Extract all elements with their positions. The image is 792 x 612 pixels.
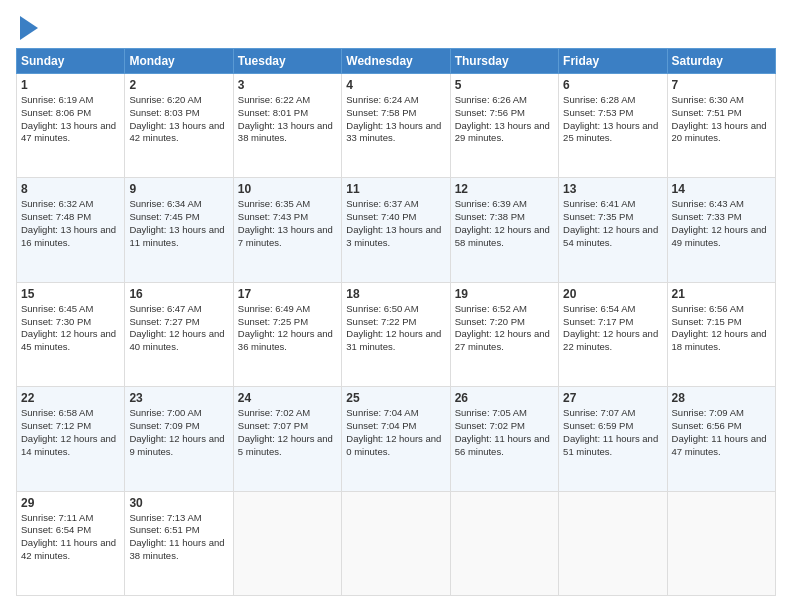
day-number: 14 [672,182,771,196]
calendar-cell: 24Sunrise: 7:02 AMSunset: 7:07 PMDayligh… [233,387,341,491]
day-info: Sunrise: 6:37 AMSunset: 7:40 PMDaylight:… [346,198,445,249]
day-number: 8 [21,182,120,196]
calendar-cell [667,491,775,595]
day-number: 19 [455,287,554,301]
calendar-week-5: 29Sunrise: 7:11 AMSunset: 6:54 PMDayligh… [17,491,776,595]
day-number: 27 [563,391,662,405]
day-number: 3 [238,78,337,92]
day-info: Sunrise: 7:13 AMSunset: 6:51 PMDaylight:… [129,512,228,563]
calendar-header-friday: Friday [559,49,667,74]
day-info: Sunrise: 6:22 AMSunset: 8:01 PMDaylight:… [238,94,337,145]
day-number: 1 [21,78,120,92]
day-info: Sunrise: 6:58 AMSunset: 7:12 PMDaylight:… [21,407,120,458]
calendar-cell: 12Sunrise: 6:39 AMSunset: 7:38 PMDayligh… [450,178,558,282]
calendar-week-3: 15Sunrise: 6:45 AMSunset: 7:30 PMDayligh… [17,282,776,386]
day-info: Sunrise: 6:28 AMSunset: 7:53 PMDaylight:… [563,94,662,145]
calendar-cell [450,491,558,595]
day-info: Sunrise: 6:52 AMSunset: 7:20 PMDaylight:… [455,303,554,354]
calendar-cell: 19Sunrise: 6:52 AMSunset: 7:20 PMDayligh… [450,282,558,386]
day-number: 20 [563,287,662,301]
day-number: 22 [21,391,120,405]
calendar-cell: 7Sunrise: 6:30 AMSunset: 7:51 PMDaylight… [667,74,775,178]
day-number: 28 [672,391,771,405]
calendar-cell: 17Sunrise: 6:49 AMSunset: 7:25 PMDayligh… [233,282,341,386]
day-number: 7 [672,78,771,92]
day-info: Sunrise: 7:02 AMSunset: 7:07 PMDaylight:… [238,407,337,458]
day-number: 15 [21,287,120,301]
day-number: 2 [129,78,228,92]
calendar-header-wednesday: Wednesday [342,49,450,74]
calendar-header-saturday: Saturday [667,49,775,74]
calendar-cell: 13Sunrise: 6:41 AMSunset: 7:35 PMDayligh… [559,178,667,282]
day-number: 24 [238,391,337,405]
day-number: 25 [346,391,445,405]
calendar-cell: 22Sunrise: 6:58 AMSunset: 7:12 PMDayligh… [17,387,125,491]
day-info: Sunrise: 7:04 AMSunset: 7:04 PMDaylight:… [346,407,445,458]
day-info: Sunrise: 6:30 AMSunset: 7:51 PMDaylight:… [672,94,771,145]
day-info: Sunrise: 6:34 AMSunset: 7:45 PMDaylight:… [129,198,228,249]
calendar-cell: 8Sunrise: 6:32 AMSunset: 7:48 PMDaylight… [17,178,125,282]
day-info: Sunrise: 6:50 AMSunset: 7:22 PMDaylight:… [346,303,445,354]
calendar-cell [342,491,450,595]
day-info: Sunrise: 6:45 AMSunset: 7:30 PMDaylight:… [21,303,120,354]
day-info: Sunrise: 6:19 AMSunset: 8:06 PMDaylight:… [21,94,120,145]
calendar-body: 1Sunrise: 6:19 AMSunset: 8:06 PMDaylight… [17,74,776,596]
day-info: Sunrise: 7:05 AMSunset: 7:02 PMDaylight:… [455,407,554,458]
calendar-week-1: 1Sunrise: 6:19 AMSunset: 8:06 PMDaylight… [17,74,776,178]
day-info: Sunrise: 6:20 AMSunset: 8:03 PMDaylight:… [129,94,228,145]
calendar-week-2: 8Sunrise: 6:32 AMSunset: 7:48 PMDaylight… [17,178,776,282]
calendar-header-monday: Monday [125,49,233,74]
calendar: SundayMondayTuesdayWednesdayThursdayFrid… [16,48,776,596]
day-info: Sunrise: 7:11 AMSunset: 6:54 PMDaylight:… [21,512,120,563]
calendar-header-thursday: Thursday [450,49,558,74]
calendar-cell: 18Sunrise: 6:50 AMSunset: 7:22 PMDayligh… [342,282,450,386]
day-number: 17 [238,287,337,301]
day-info: Sunrise: 6:54 AMSunset: 7:17 PMDaylight:… [563,303,662,354]
day-info: Sunrise: 6:49 AMSunset: 7:25 PMDaylight:… [238,303,337,354]
calendar-cell: 11Sunrise: 6:37 AMSunset: 7:40 PMDayligh… [342,178,450,282]
calendar-header-sunday: Sunday [17,49,125,74]
calendar-week-4: 22Sunrise: 6:58 AMSunset: 7:12 PMDayligh… [17,387,776,491]
logo [16,16,38,40]
day-number: 5 [455,78,554,92]
calendar-cell: 30Sunrise: 7:13 AMSunset: 6:51 PMDayligh… [125,491,233,595]
day-info: Sunrise: 7:00 AMSunset: 7:09 PMDaylight:… [129,407,228,458]
calendar-cell: 29Sunrise: 7:11 AMSunset: 6:54 PMDayligh… [17,491,125,595]
calendar-cell: 3Sunrise: 6:22 AMSunset: 8:01 PMDaylight… [233,74,341,178]
day-number: 10 [238,182,337,196]
calendar-cell: 26Sunrise: 7:05 AMSunset: 7:02 PMDayligh… [450,387,558,491]
calendar-cell: 14Sunrise: 6:43 AMSunset: 7:33 PMDayligh… [667,178,775,282]
day-number: 16 [129,287,228,301]
day-number: 12 [455,182,554,196]
calendar-cell: 4Sunrise: 6:24 AMSunset: 7:58 PMDaylight… [342,74,450,178]
calendar-header-row: SundayMondayTuesdayWednesdayThursdayFrid… [17,49,776,74]
day-number: 30 [129,496,228,510]
day-info: Sunrise: 6:32 AMSunset: 7:48 PMDaylight:… [21,198,120,249]
day-info: Sunrise: 6:47 AMSunset: 7:27 PMDaylight:… [129,303,228,354]
day-info: Sunrise: 6:26 AMSunset: 7:56 PMDaylight:… [455,94,554,145]
calendar-cell: 6Sunrise: 6:28 AMSunset: 7:53 PMDaylight… [559,74,667,178]
calendar-cell: 23Sunrise: 7:00 AMSunset: 7:09 PMDayligh… [125,387,233,491]
calendar-cell: 9Sunrise: 6:34 AMSunset: 7:45 PMDaylight… [125,178,233,282]
day-number: 4 [346,78,445,92]
day-number: 21 [672,287,771,301]
day-number: 13 [563,182,662,196]
day-info: Sunrise: 7:07 AMSunset: 6:59 PMDaylight:… [563,407,662,458]
calendar-header-tuesday: Tuesday [233,49,341,74]
day-number: 18 [346,287,445,301]
day-info: Sunrise: 6:41 AMSunset: 7:35 PMDaylight:… [563,198,662,249]
day-number: 26 [455,391,554,405]
calendar-cell: 25Sunrise: 7:04 AMSunset: 7:04 PMDayligh… [342,387,450,491]
calendar-cell: 2Sunrise: 6:20 AMSunset: 8:03 PMDaylight… [125,74,233,178]
calendar-cell: 16Sunrise: 6:47 AMSunset: 7:27 PMDayligh… [125,282,233,386]
day-info: Sunrise: 6:43 AMSunset: 7:33 PMDaylight:… [672,198,771,249]
calendar-cell: 21Sunrise: 6:56 AMSunset: 7:15 PMDayligh… [667,282,775,386]
day-number: 11 [346,182,445,196]
day-info: Sunrise: 6:56 AMSunset: 7:15 PMDaylight:… [672,303,771,354]
calendar-cell: 10Sunrise: 6:35 AMSunset: 7:43 PMDayligh… [233,178,341,282]
page: SundayMondayTuesdayWednesdayThursdayFrid… [0,0,792,612]
calendar-cell: 15Sunrise: 6:45 AMSunset: 7:30 PMDayligh… [17,282,125,386]
calendar-cell: 27Sunrise: 7:07 AMSunset: 6:59 PMDayligh… [559,387,667,491]
calendar-cell [559,491,667,595]
day-number: 9 [129,182,228,196]
